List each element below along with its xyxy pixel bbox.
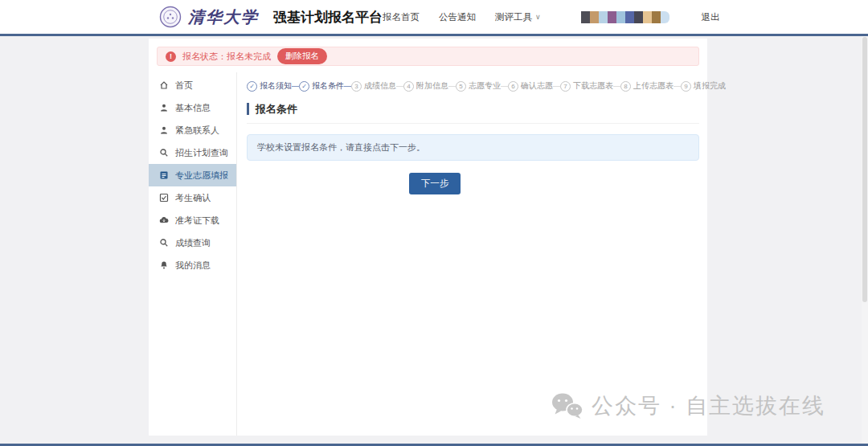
step-indicator: ✓ 报名须知 ✓ 报名条件 3 成绩信息 4 附加信息 xyxy=(247,80,699,92)
section-title-wrap: 报名条件 xyxy=(247,103,699,124)
step-label: 成绩信息 xyxy=(364,80,396,92)
sidebar-item-home[interactable]: 首页 xyxy=(149,74,236,96)
step-label: 报名条件 xyxy=(312,80,344,92)
sidebar-item-label: 专业志愿填报 xyxy=(175,170,228,182)
tsinghua-logo-icon xyxy=(159,6,182,28)
sidebar-item-label: 考生确认 xyxy=(175,192,211,204)
step-number: 3 xyxy=(351,81,362,92)
check-square-icon xyxy=(159,193,169,203)
step-connector xyxy=(344,86,351,87)
status-bar: ! 报名状态：报名未完成 删除报名 xyxy=(157,47,699,66)
info-notice: 学校未设置报名条件，请直接点击下一步。 xyxy=(247,134,699,161)
university-wordmark: 清华大学 xyxy=(188,6,259,28)
content-card: ! 报名状态：报名未完成 删除报名 首页 基本信息 xyxy=(149,39,707,436)
step-additional-info: 4 附加信息 xyxy=(403,80,448,92)
next-step-button[interactable]: 下一步 xyxy=(409,173,461,194)
sidebar-item-label: 招生计划查询 xyxy=(175,147,228,159)
step-conditions: ✓ 报名条件 xyxy=(299,80,344,92)
sidebar-item-ticket-download[interactable]: 准考证下载 xyxy=(149,209,236,231)
search-icon xyxy=(159,238,169,248)
sidebar-item-label: 我的消息 xyxy=(175,260,211,272)
main-panel: ✓ 报名须知 ✓ 报名条件 3 成绩信息 4 附加信息 xyxy=(237,72,707,436)
check-icon: ✓ xyxy=(299,81,309,92)
nav-item-home[interactable]: 报名首页 xyxy=(383,11,420,23)
sidebar-item-label: 紧急联系人 xyxy=(175,125,219,137)
step-connector xyxy=(448,86,456,87)
step-connector xyxy=(292,86,299,87)
step-label: 上传志愿表 xyxy=(633,80,674,92)
nav-item-announcements[interactable]: 公告通知 xyxy=(439,11,476,23)
wechat-icon xyxy=(551,392,583,419)
step-scores: 3 成绩信息 xyxy=(351,80,396,92)
search-icon xyxy=(159,148,169,158)
button-row: 下一步 xyxy=(247,173,699,194)
sidebar-item-label: 成绩查询 xyxy=(175,237,211,249)
step-label: 下载志愿表 xyxy=(573,80,613,92)
step-label: 附加信息 xyxy=(416,80,448,92)
delete-registration-button[interactable]: 删除报名 xyxy=(277,48,327,64)
step-number: 7 xyxy=(560,81,571,92)
step-label: 报名须知 xyxy=(260,80,292,92)
sidebar: 首页 基本信息 紧急联系人 xyxy=(149,72,237,436)
app-header: 清华大学 强基计划报名平台 报名首页 公告通知 测评工具 ∨ 退出 xyxy=(0,0,868,34)
status-text: 报名状态：报名未完成 xyxy=(182,51,271,63)
bell-icon xyxy=(159,260,169,270)
step-download-form: 7 下载志愿表 xyxy=(560,80,613,92)
sidebar-item-major-preference[interactable]: 专业志愿填报 xyxy=(149,164,236,186)
watermark-text: 公众号 · 自主选拔在线 xyxy=(592,391,825,420)
page-title: 报名条件 xyxy=(247,103,699,115)
step-connector xyxy=(613,86,620,87)
step-label: 填报完成 xyxy=(694,80,726,92)
step-major-preference: 5 志愿专业 xyxy=(456,80,501,92)
step-number: 4 xyxy=(403,81,414,92)
brand: 清华大学 强基计划报名平台 xyxy=(159,6,383,28)
form-icon xyxy=(159,170,169,180)
step-connector xyxy=(396,86,403,87)
sidebar-item-emergency-contact[interactable]: 紧急联系人 xyxy=(149,119,236,141)
username-redacted xyxy=(581,11,669,23)
step-connector xyxy=(501,86,508,87)
sidebar-item-label: 基本信息 xyxy=(175,102,211,114)
step-number: 5 xyxy=(456,81,466,92)
logout-button[interactable]: 退出 xyxy=(702,11,720,23)
user-icon xyxy=(159,125,169,135)
sidebar-item-candidate-confirm[interactable]: 考生确认 xyxy=(149,186,236,209)
sidebar-item-score-query[interactable]: 成绩查询 xyxy=(149,231,236,254)
home-icon xyxy=(159,80,169,90)
step-connector xyxy=(674,86,681,87)
sidebar-item-admission-plan-query[interactable]: 招生计划查询 xyxy=(149,141,236,164)
step-number: 8 xyxy=(620,81,631,92)
sidebar-item-label: 准考证下载 xyxy=(175,215,219,227)
step-number: 6 xyxy=(508,81,518,92)
sidebar-item-label: 首页 xyxy=(175,80,193,92)
step-label: 志愿专业 xyxy=(469,80,501,92)
user-icon xyxy=(159,103,169,113)
top-nav: 报名首页 公告通知 测评工具 ∨ 退出 xyxy=(383,11,720,23)
nav-item-tools-label: 测评工具 xyxy=(495,11,532,23)
step-connector xyxy=(553,86,560,87)
sidebar-item-my-messages[interactable]: 我的消息 xyxy=(149,254,236,276)
step-confirm-preference: 6 确认志愿 xyxy=(508,80,553,92)
scrollbar-thumb[interactable] xyxy=(862,37,867,302)
chevron-down-icon: ∨ xyxy=(535,13,541,21)
step-upload-form: 8 上传志愿表 xyxy=(620,80,674,92)
step-complete: 9 填报完成 xyxy=(681,80,726,92)
sidebar-item-basic-info[interactable]: 基本信息 xyxy=(149,96,236,119)
nav-item-tools[interactable]: 测评工具 ∨ xyxy=(495,11,541,23)
cloud-download-icon xyxy=(159,215,169,225)
step-label: 确认志愿 xyxy=(521,80,553,92)
check-icon: ✓ xyxy=(247,81,257,92)
step-number: 9 xyxy=(681,81,691,92)
step-notice: ✓ 报名须知 xyxy=(247,80,292,92)
error-icon: ! xyxy=(166,51,176,62)
platform-title: 强基计划报名平台 xyxy=(273,8,383,27)
watermark: 公众号 · 自主选拔在线 xyxy=(551,391,825,420)
header-divider xyxy=(0,34,868,36)
